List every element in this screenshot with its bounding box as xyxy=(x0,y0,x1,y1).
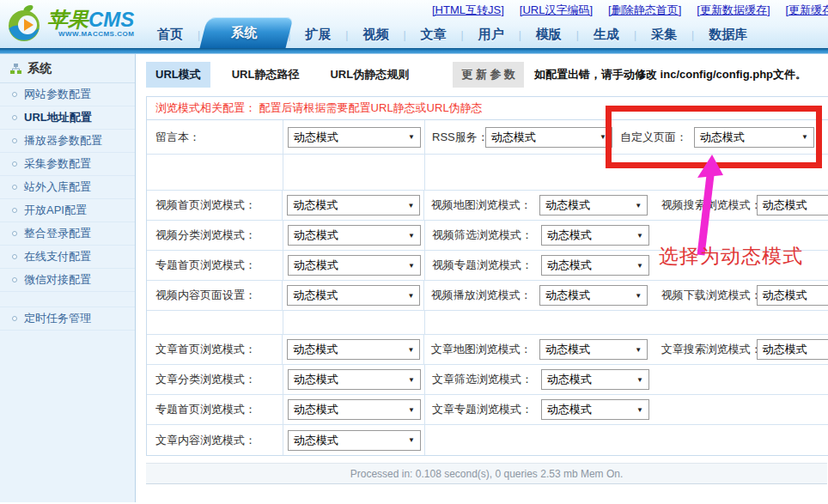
sidebar-item-2[interactable]: URL地址配置 xyxy=(0,106,135,130)
field-label: 视频下载浏览模式： xyxy=(654,281,757,310)
sidebar-item-label: 定时任务管理 xyxy=(24,311,91,326)
nav-item-10[interactable]: 数据库 xyxy=(694,21,762,48)
mode-select[interactable]: 动态模式▼ xyxy=(288,399,421,420)
sidebar-item-5[interactable]: 站外入库配置 xyxy=(0,176,135,199)
mode-select[interactable]: 动态模式▼ xyxy=(485,127,612,148)
sidebar-title: 系统 xyxy=(0,54,135,83)
nav-item-5[interactable]: 文章 xyxy=(406,21,461,48)
mode-select[interactable]: 动态模式▼ xyxy=(757,339,828,360)
mode-select[interactable]: 动态模式▼ xyxy=(287,195,420,216)
quick-link-2[interactable]: [URL汉字编码] xyxy=(520,3,593,16)
dropdown-arrow-icon: ▼ xyxy=(407,346,414,354)
sidebar-item-4[interactable]: 采集参数配置 xyxy=(0,153,135,176)
tab-3[interactable]: URL伪静态规则 xyxy=(320,62,418,88)
nav-item-8[interactable]: 生成 xyxy=(579,21,634,48)
select-value: 动态模式 xyxy=(547,402,592,417)
update-params-button[interactable]: 更 新 参 数 xyxy=(453,62,524,88)
sidebar-item-label: 整合登录配置 xyxy=(24,226,91,241)
sidebar-item-1[interactable]: 网站参数配置 xyxy=(0,83,135,106)
sidebar-item-6[interactable]: 开放API配置 xyxy=(0,199,135,222)
mode-select[interactable]: 动态模式▼ xyxy=(287,339,420,360)
nav-item-4[interactable]: 视频 xyxy=(348,21,403,48)
tabs-row: URL模式URL静态路径URL伪静态规则 更 新 参 数 如配置出错，请手动修改… xyxy=(146,62,828,88)
header-divider-bar xyxy=(0,48,828,54)
form-row-1: 留言本：动态模式▼RSS服务：动态模式▼自定义页面：动态模式▼ xyxy=(147,120,828,155)
content-tabs: URL模式URL静态路径URL伪静态规则 xyxy=(146,62,430,88)
field-label: 专题首页浏览模式： xyxy=(147,251,283,280)
sidebar-item-label: URL地址配置 xyxy=(24,110,92,125)
tab-2[interactable]: URL静态路径 xyxy=(222,62,309,88)
notice-text: 浏览模式相关配置： 配置后请根据需要配置URL静态或URL伪静态 xyxy=(155,100,483,116)
sidebar-item-9[interactable]: 微信对接配置 xyxy=(0,269,135,292)
quick-link-4[interactable]: [更新数据缓存] xyxy=(697,3,770,16)
select-value: 动态模式 xyxy=(545,288,590,303)
dropdown-arrow-icon: ▼ xyxy=(636,406,643,414)
dropdown-arrow-icon: ▼ xyxy=(636,232,643,240)
mode-select[interactable]: 动态模式▼ xyxy=(541,399,649,420)
quick-link-3[interactable]: [删除静态首页] xyxy=(608,3,681,16)
spacer-cell xyxy=(147,311,283,334)
bullet-icon xyxy=(12,231,17,236)
select-value: 动态模式 xyxy=(547,228,592,243)
select-cell: 动态模式▼ xyxy=(283,221,425,250)
dropdown-arrow-icon: ▼ xyxy=(635,202,642,209)
dropdown-arrow-icon: ▼ xyxy=(408,262,415,270)
bullet-icon xyxy=(12,115,17,120)
quick-link-5[interactable]: [更新缓存] xyxy=(786,3,828,16)
bullet-icon xyxy=(12,161,17,167)
sidebar-item-label: 微信对接配置 xyxy=(24,272,91,288)
select-cell: 动态模式▼ xyxy=(757,335,828,364)
select-value: 动态模式 xyxy=(763,197,807,213)
sidebar-item-3[interactable]: 播放器参数配置 xyxy=(0,130,135,153)
select-value: 动态模式 xyxy=(293,288,338,303)
content: URL模式URL静态路径URL伪静态规则 更 新 参 数 如配置出错，请手动修改… xyxy=(136,54,828,502)
tab-1[interactable]: URL模式 xyxy=(146,62,210,88)
select-value: 动态模式 xyxy=(763,342,807,357)
mode-select[interactable]: 动态模式▼ xyxy=(539,285,648,306)
mode-select[interactable]: 动态模式▼ xyxy=(694,127,814,148)
mode-select[interactable]: 动态模式▼ xyxy=(287,285,420,306)
nav-item-3[interactable]: 扩展 xyxy=(290,21,345,48)
sidebar-item-7[interactable]: 整合登录配置 xyxy=(0,222,135,246)
form-row-8: 文章首页浏览模式：动态模式▼文章地图浏览模式：动态模式▼文章搜索浏览模式：动态模… xyxy=(147,335,828,365)
field-label: 视频搜索浏览模式： xyxy=(654,191,757,220)
mode-select[interactable]: 动态模式▼ xyxy=(288,369,421,390)
bullet-icon xyxy=(12,316,17,321)
mode-select[interactable]: 动态模式▼ xyxy=(288,255,421,276)
select-cell: 动态模式▼ xyxy=(283,395,425,424)
dropdown-arrow-icon: ▼ xyxy=(407,202,414,209)
mode-select[interactable]: 动态模式▼ xyxy=(757,285,828,306)
mode-select[interactable]: 动态模式▼ xyxy=(288,127,421,148)
logo: 苹果CMS WWW.MACCMS.COM xyxy=(5,3,134,43)
nav-item-7[interactable]: 模版 xyxy=(521,21,576,48)
nav-item-6[interactable]: 用户 xyxy=(464,21,519,48)
sitemap-icon xyxy=(10,64,21,74)
annotation-text: 选择为动态模式 xyxy=(659,243,803,270)
mode-select[interactable]: 动态模式▼ xyxy=(288,225,421,246)
mode-select[interactable]: 动态模式▼ xyxy=(541,255,649,276)
mode-select[interactable]: 动态模式▼ xyxy=(539,339,648,360)
form-row-11: 文章内容浏览模式：动态模式▼ xyxy=(147,425,828,455)
mode-select[interactable]: 动态模式▼ xyxy=(288,430,421,451)
mode-select[interactable]: 动态模式▼ xyxy=(541,369,649,390)
footer-stats-text: Processed in: 0.108 second(s), 0 queries… xyxy=(350,468,624,480)
nav-item-2[interactable]: 系统 xyxy=(200,17,288,48)
sidebar-item-10[interactable]: 定时任务管理 xyxy=(0,307,135,331)
field-label: 文章专题浏览模式： xyxy=(425,395,541,424)
field-label: 视频分类浏览模式： xyxy=(147,221,283,250)
quick-link-1[interactable]: [HTML互转JS] xyxy=(432,3,504,16)
select-cell: 动态模式▼ xyxy=(283,425,425,455)
mode-select[interactable]: 动态模式▼ xyxy=(757,195,828,216)
mode-select[interactable]: 动态模式▼ xyxy=(539,195,648,216)
select-cell: 动态模式▼ xyxy=(283,120,425,154)
spacer-cell xyxy=(147,155,283,190)
nav-item-1[interactable]: 首页 xyxy=(143,21,198,48)
nav-item-9[interactable]: 采集 xyxy=(636,21,691,48)
field-label: 文章地图浏览模式： xyxy=(424,335,539,364)
bullet-icon xyxy=(12,92,17,97)
select-cell: 动态模式▼ xyxy=(283,191,423,220)
notice-row: 浏览模式相关配置： 配置后请根据需要配置URL静态或URL伪静态 xyxy=(147,97,828,120)
sidebar-item-8[interactable]: 在线支付配置 xyxy=(0,246,135,269)
mode-select[interactable]: 动态模式▼ xyxy=(541,225,649,246)
select-cell: 动态模式▼ xyxy=(283,335,423,364)
